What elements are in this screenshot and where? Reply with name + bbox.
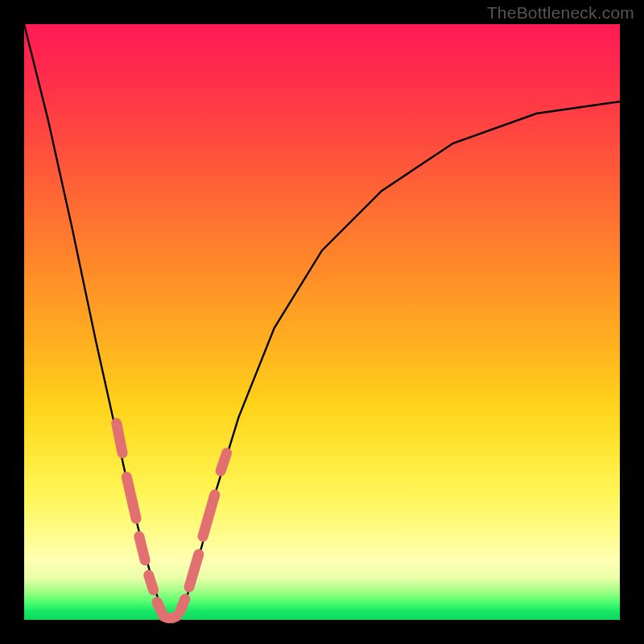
bottleneck-curve — [24, 24, 620, 620]
trough-dash — [139, 536, 145, 560]
trough-dash — [172, 617, 177, 618]
plot-area — [24, 24, 620, 620]
trough-dash — [180, 599, 185, 611]
trough-dash — [203, 495, 215, 537]
trough-marker-group — [117, 423, 227, 618]
trough-dash — [221, 453, 226, 471]
trough-dash — [189, 555, 199, 588]
trough-dash — [126, 477, 136, 518]
trough-dash — [157, 602, 161, 611]
trough-dash — [117, 423, 122, 453]
watermark-text: TheBottleneck.com — [487, 3, 634, 23]
chart-frame: TheBottleneck.com — [0, 0, 644, 644]
trough-dash — [149, 576, 154, 591]
curve-layer — [24, 24, 620, 620]
